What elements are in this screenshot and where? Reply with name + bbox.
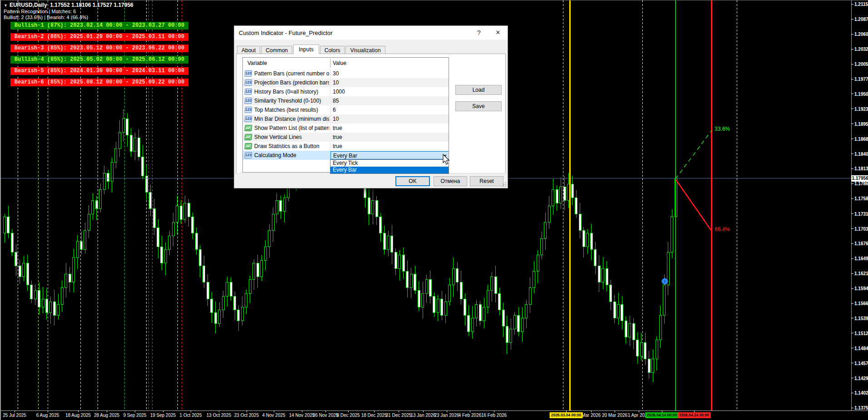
pattern-match-button[interactable]: Bearish-5 (85%): 2024.01.30 00:00 - 2024… <box>10 67 188 75</box>
param-row[interactable]: Show Vertical Linestrue <box>243 133 449 142</box>
time-axis-label: 4 Feb 2026 <box>459 413 482 418</box>
price-axis-label: 1.17310 <box>854 211 868 216</box>
param-row[interactable]: Show Pattern List (list of patterns)true <box>243 124 449 133</box>
price-axis-label: 1.16215 <box>854 271 868 276</box>
calculating-mode-dropdown: Every TickEvery Bar <box>330 159 449 174</box>
help-button[interactable]: ? <box>471 26 487 40</box>
chart-param-icon <box>244 143 252 149</box>
time-axis-label: 1 Oct 2025 <box>180 413 202 418</box>
param-value: true <box>333 134 342 140</box>
param-value: 10 <box>333 116 339 122</box>
param-value: 10 <box>333 79 339 86</box>
time-axis-marker-tag: 2026.04.24 00:00 <box>678 412 711 418</box>
resize-grip-icon[interactable] <box>502 182 506 187</box>
price-axis-label: 1.17860 <box>854 181 868 186</box>
custom-indicator-dialog: Custom Indicator - Future_Predictor ? ✕ … <box>234 25 508 188</box>
inputs-tab-page: Variable Value 123Pattern Bars (current … <box>236 54 506 173</box>
param-name: History Bars (0=all history) <box>254 89 318 95</box>
column-header-variable[interactable]: Variable <box>247 60 267 66</box>
param-row[interactable]: 123Similarity Threshold (0-100)85 <box>243 96 449 105</box>
price-axis-label: 1.18405 <box>854 151 868 156</box>
param-name: Show Pattern List (list of patterns) <box>254 125 329 131</box>
save-button[interactable]: Save <box>455 101 502 111</box>
price-axis-label: 1.17585 <box>854 196 868 201</box>
param-row[interactable]: 123Top Matches (best results)6 <box>243 105 449 114</box>
time-axis[interactable]: 25 Jul 20256 Aug 202518 Aug 202528 Aug 2… <box>1 410 868 420</box>
pattern-match-button[interactable]: Bearish-6 (85%): 2025.08.12 00:00 - 2025… <box>10 79 188 86</box>
time-axis-label: 31 Dec 2025 <box>386 413 412 418</box>
close-button[interactable]: ✕ <box>490 26 506 40</box>
numeric-param-icon: 123 <box>244 79 252 86</box>
tab-colors[interactable]: Colors <box>320 46 345 54</box>
bullish-bearish-status: Bullish: 2 (33.6%) | Bearish: 4 (66.4%) <box>4 15 133 20</box>
param-name: Calculating Mode <box>254 152 296 158</box>
pattern-match-button[interactable]: Bearish-2 (86%): 2025.01.29 00:00 - 2025… <box>10 33 188 41</box>
bullish-projection-label: 33.6% <box>715 126 730 132</box>
time-axis-label: 25 Jul 2025 <box>3 413 26 418</box>
time-axis-label: 6 Aug 2025 <box>36 413 59 418</box>
time-axis-label: 13 Oct 2025 <box>207 413 231 418</box>
price-axis-label: 1.19775 <box>854 77 868 82</box>
time-axis-label: Mar 2026 <box>582 413 601 418</box>
time-axis-label: 4 Nov 2025 <box>262 413 285 418</box>
load-button[interactable]: Load <box>455 85 502 95</box>
param-row[interactable]: 123Pattern Bars (current number of bars)… <box>243 69 449 78</box>
tab-inputs[interactable]: Inputs <box>293 44 319 54</box>
time-axis-marker-tag: 2026.03.04 00:00 <box>550 412 583 418</box>
price-axis-label: 1.20325 <box>854 47 868 52</box>
price-axis-label: 1.18955 <box>854 121 868 126</box>
column-header-value[interactable]: Value <box>333 60 346 66</box>
dialog-titlebar: Custom Indicator - Future_Predictor ? ✕ <box>234 26 508 40</box>
param-row[interactable]: 123History Bars (0=all history)1000 <box>243 87 449 96</box>
statistics-button-marker[interactable] <box>661 277 669 287</box>
tab-about[interactable]: About <box>237 46 260 54</box>
dropdown-option[interactable]: Every Tick <box>330 160 449 167</box>
dialog-tabs: AboutCommonInputsColorsVisualization <box>237 45 385 54</box>
price-axis-label: 1.20875 <box>854 17 868 22</box>
param-name: Top Matches (best results) <box>254 107 318 113</box>
price-axis-label: 1.16490 <box>854 256 868 261</box>
pattern-match-button[interactable]: Bullish-4 (85%): 2025.05.02 00:00 - 2025… <box>10 56 188 64</box>
param-row[interactable]: Draw Statistics as a Buttontrue <box>243 142 449 151</box>
combobox-value: Every Bar <box>333 153 357 159</box>
time-axis-label: 8 Dec 2025 <box>336 413 360 418</box>
reset-button[interactable]: Reset <box>470 176 503 186</box>
price-axis-label: 1.15940 <box>854 286 868 291</box>
price-axis-label: 1.13750 <box>854 405 868 410</box>
tab-visualization[interactable]: Visualization <box>345 46 385 54</box>
time-axis-label: 18 Aug 2025 <box>65 413 91 418</box>
pattern-list: Bullish-1 (87%): 2023.02.14 00:00 - 2023… <box>10 22 188 90</box>
param-row[interactable]: 123Projection Bars (prediction bars)10 <box>243 78 449 87</box>
param-value: 1000 <box>333 89 345 95</box>
chart-symbol: EURUSD,Daily <box>10 2 47 8</box>
pattern-match-button[interactable]: Bullish-1 (87%): 2023.02.14 00:00 - 2023… <box>10 22 188 30</box>
price-axis-label: 1.18135 <box>854 166 868 171</box>
price-axis-label: 1.18680 <box>854 136 868 141</box>
param-row[interactable]: 123Min Bar Distance (minimum distance be… <box>243 114 449 124</box>
mouse-cursor-icon <box>443 154 453 168</box>
price-axis-label: 1.14845 <box>854 346 868 351</box>
time-axis-label: 23 Oct 2025 <box>234 413 259 418</box>
price-axis-label: 1.17035 <box>854 226 868 231</box>
pattern-recognition-status: Pattern Recognition | Matches: 6 <box>4 9 133 14</box>
pattern-match-button[interactable]: Bearish-3 (85%): 2023.05.12 00:00 - 2023… <box>10 44 188 52</box>
parameters-table: Variable Value 123Pattern Bars (current … <box>242 57 449 173</box>
chart-header: ▼EURUSD,Daily 1.17552 1.18106 1.17527 1.… <box>4 2 133 20</box>
tab-common[interactable]: Common <box>261 46 292 54</box>
numeric-param-icon: 123 <box>244 98 252 104</box>
dropdown-option[interactable]: Every Bar <box>330 167 449 173</box>
calculating-mode-combobox[interactable]: Every Bar <box>330 151 449 159</box>
param-name: Draw Statistics as a Button <box>254 143 319 149</box>
price-axis-label: 1.20600 <box>854 32 868 37</box>
price-axis[interactable]: 1.17956 1.211501.208751.206001.203251.20… <box>851 0 868 410</box>
cancel-button[interactable]: Отмена <box>434 176 467 186</box>
param-value: true <box>333 125 342 131</box>
param-value: 6 <box>333 107 336 113</box>
param-row[interactable]: 123Calculating ModeEvery Bar <box>243 151 449 160</box>
param-value: 30 <box>333 70 339 77</box>
price-axis-label: 1.14570 <box>854 361 868 366</box>
dialog-title: Custom Indicator - Future_Predictor <box>239 30 333 36</box>
collapse-arrow-icon[interactable]: ▼ <box>4 3 8 8</box>
ok-button[interactable]: OK <box>395 176 430 186</box>
price-axis-label: 1.16765 <box>854 241 868 246</box>
